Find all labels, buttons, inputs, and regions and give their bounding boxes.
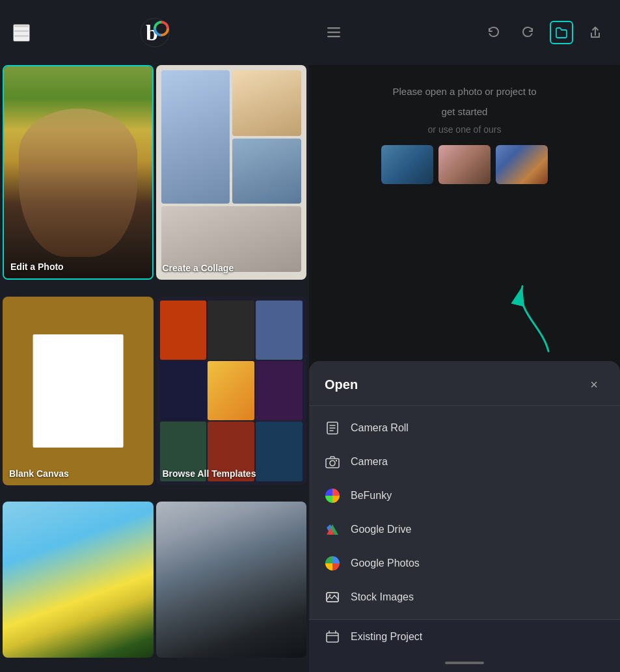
modal-item-camera-roll[interactable]: Camera Roll bbox=[309, 411, 620, 445]
modal-header: Open × bbox=[309, 361, 620, 406]
camera-icon bbox=[325, 454, 340, 470]
cards-grid: Edit a Photo Create a Collage Blank Canv… bbox=[0, 65, 309, 672]
card-edit-photo[interactable]: Edit a Photo bbox=[3, 65, 154, 280]
modal-item-google-photos[interactable]: Google Photos bbox=[309, 546, 620, 580]
stock-images-icon bbox=[325, 589, 340, 605]
befunky-label: BeFunky bbox=[351, 490, 392, 502]
svg-rect-1 bbox=[14, 30, 29, 32]
modal-title: Open bbox=[325, 377, 358, 392]
svg-rect-2 bbox=[14, 35, 29, 37]
modal-item-google-drive[interactable]: Google Drive bbox=[309, 513, 620, 546]
svg-rect-6 bbox=[327, 27, 340, 29]
scrollbar-area bbox=[309, 654, 620, 672]
sample-image-1[interactable] bbox=[381, 145, 433, 184]
svg-rect-0 bbox=[14, 25, 29, 27]
undo-button[interactable] bbox=[482, 21, 505, 44]
open-project-button[interactable] bbox=[550, 21, 573, 44]
svg-point-19 bbox=[329, 595, 331, 597]
header-right-icons bbox=[482, 21, 607, 44]
sample-image-2[interactable] bbox=[438, 145, 491, 184]
sample-images bbox=[381, 145, 548, 184]
sample-image-3[interactable] bbox=[496, 145, 548, 184]
modal-bottom-section: Existing Project bbox=[309, 619, 620, 672]
right-header bbox=[309, 0, 620, 65]
svg-rect-20 bbox=[327, 633, 338, 642]
app-logo: b bbox=[138, 16, 172, 49]
modal-scrollbar bbox=[445, 662, 484, 664]
modal-close-button[interactable]: × bbox=[584, 374, 604, 395]
modal-items-list: Camera Roll Camera bbox=[309, 406, 620, 619]
card-blank-label: Blank Canvas bbox=[9, 468, 69, 479]
prompt-text-line2: get started bbox=[442, 105, 488, 120]
card-collage-label: Create a Collage bbox=[163, 263, 234, 273]
svg-rect-7 bbox=[327, 32, 340, 33]
card-create-collage[interactable]: Create a Collage bbox=[156, 65, 307, 280]
card-templates-label: Browse All Templates bbox=[163, 468, 256, 479]
google-drive-icon bbox=[325, 522, 340, 537]
or-text: or use one of ours bbox=[428, 124, 502, 135]
existing-project-icon bbox=[325, 629, 340, 645]
camera-roll-label: Camera Roll bbox=[351, 422, 409, 434]
google-drive-label: Google Drive bbox=[351, 524, 411, 535]
svg-point-15 bbox=[330, 461, 335, 466]
open-modal: Open × Camera Roll bbox=[309, 361, 620, 672]
svg-rect-14 bbox=[326, 459, 339, 468]
menu-icon[interactable] bbox=[13, 24, 30, 42]
prompt-text-line1: Please open a photo or project to bbox=[393, 85, 537, 100]
card-woman2[interactable] bbox=[156, 502, 307, 658]
modal-item-camera[interactable]: Camera bbox=[309, 445, 620, 479]
google-photos-label: Google Photos bbox=[351, 558, 420, 569]
camera-roll-icon bbox=[325, 420, 340, 436]
stock-images-label: Stock Images bbox=[351, 591, 414, 603]
svg-point-16 bbox=[336, 460, 337, 461]
befunky-icon bbox=[325, 488, 340, 504]
svg-rect-8 bbox=[327, 36, 340, 37]
modal-item-befunky[interactable]: BeFunky bbox=[309, 479, 620, 513]
existing-project-label: Existing Project bbox=[351, 631, 422, 643]
modal-item-existing-project[interactable]: Existing Project bbox=[309, 620, 620, 654]
modal-item-stock-images[interactable]: Stock Images bbox=[309, 580, 620, 614]
right-panel: Please open a photo or project to get st… bbox=[309, 0, 620, 672]
share-button[interactable] bbox=[584, 21, 607, 44]
redo-button[interactable] bbox=[516, 21, 539, 44]
left-panel: b Edit a Photo Create bbox=[0, 0, 309, 672]
camera-label: Camera bbox=[351, 456, 388, 468]
card-blank-canvas[interactable]: Blank Canvas bbox=[3, 297, 154, 485]
card-templates[interactable]: Browse All Templates bbox=[156, 297, 307, 485]
header-left-icons bbox=[322, 21, 345, 44]
hamburger-menu-button[interactable] bbox=[322, 21, 345, 44]
google-photos-icon bbox=[325, 556, 340, 571]
card-flowers[interactable] bbox=[3, 502, 154, 658]
left-header: b bbox=[0, 0, 309, 65]
card-edit-photo-label: Edit a Photo bbox=[10, 262, 64, 272]
